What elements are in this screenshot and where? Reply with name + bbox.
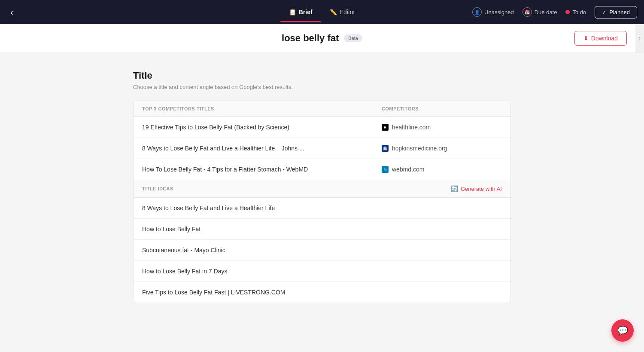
- favicon-hopkins: 🏥: [382, 145, 389, 152]
- main-content: Title Choose a title and content angle b…: [116, 53, 528, 350]
- user-icon: 👤: [472, 7, 482, 17]
- calendar-icon: 📅: [522, 7, 532, 17]
- top-nav: ‹ 📋 Brief ✏️ Editor 👤 Unassigned 📅 Due d…: [0, 0, 644, 24]
- title-ideas-label: TITLE IDEAS: [142, 186, 173, 191]
- download-icon: ⬇: [583, 35, 589, 42]
- competitor-cell: 🏥 hopkinsmedicine.org: [382, 145, 502, 152]
- refresh-icon: 🔄: [451, 185, 458, 192]
- checkmark-icon: ✓: [602, 9, 607, 15]
- favicon-healthline: H: [382, 124, 389, 131]
- competitor-title: 8 Ways to Lose Belly Fat and Live a Heal…: [142, 145, 382, 152]
- header-competitors: COMPETITORS: [382, 106, 502, 111]
- beta-badge: Beta: [344, 34, 362, 42]
- tab-editor[interactable]: ✏️ Editor: [321, 5, 364, 19]
- table-row[interactable]: 8 Ways to Lose Belly Fat and Live a Heal…: [134, 138, 510, 159]
- competitor-title: How To Lose Belly Fat - 4 Tips for a Fla…: [142, 166, 382, 173]
- planned-button[interactable]: ✓ Planned: [595, 6, 637, 18]
- favicon-webmd: M: [382, 166, 389, 173]
- tab-brief[interactable]: 📋 Brief: [280, 5, 321, 19]
- brief-icon: 📋: [289, 9, 296, 15]
- table-row[interactable]: How To Lose Belly Fat - 4 Tips for a Fla…: [134, 159, 510, 180]
- status-action[interactable]: To do: [565, 9, 586, 15]
- competitor-cell: M webmd.com: [382, 166, 502, 173]
- back-button[interactable]: ‹: [7, 6, 17, 19]
- table-row[interactable]: 19 Effective Tips to Lose Belly Fat (Bac…: [134, 117, 510, 138]
- nav-tabs: 📋 Brief ✏️ Editor: [280, 5, 364, 19]
- nav-actions: 👤 Unassigned 📅 Due date To do ✓ Planned: [472, 6, 637, 18]
- list-item[interactable]: 8 Ways to Lose Belly Fat and Live a Heal…: [134, 198, 510, 219]
- status-dot: [565, 10, 570, 14]
- chat-icon: 💬: [617, 325, 628, 336]
- page-header: lose belly fat Beta ⬇ Download ›: [0, 24, 644, 53]
- list-item[interactable]: How to Lose Belly Fat in 7 Days: [134, 261, 510, 282]
- competitor-title: 19 Effective Tips to Lose Belly Fat (Bac…: [142, 124, 382, 131]
- table-header: TOP 3 COMPETITORS TITLES COMPETITORS: [134, 101, 510, 117]
- section-subtitle: Choose a title and content angle based o…: [133, 84, 511, 90]
- collapse-panel-button[interactable]: ›: [635, 24, 644, 52]
- download-button[interactable]: ⬇ Download: [574, 31, 627, 46]
- title-area: lose belly fat Beta: [282, 33, 362, 44]
- list-item[interactable]: Five Tips to Lose Belly Fat Fast | LIVES…: [134, 282, 510, 303]
- assignee-action[interactable]: 👤 Unassigned: [472, 7, 514, 17]
- competitor-cell: H healthline.com: [382, 124, 502, 131]
- header-titles: TOP 3 COMPETITORS TITLES: [142, 106, 382, 111]
- list-item[interactable]: Subcutaneous fat - Mayo Clinic: [134, 240, 510, 261]
- due-date-action[interactable]: 📅 Due date: [522, 7, 557, 17]
- section-title: Title: [133, 70, 511, 81]
- page-title: lose belly fat: [282, 33, 339, 44]
- title-ideas-header: TITLE IDEAS 🔄 Generate with AI: [134, 180, 510, 198]
- editor-icon: ✏️: [330, 9, 337, 15]
- competitors-table: TOP 3 COMPETITORS TITLES COMPETITORS 19 …: [133, 101, 511, 303]
- list-item[interactable]: How to Lose Belly Fat: [134, 219, 510, 240]
- generate-ai-button[interactable]: 🔄 Generate with AI: [451, 185, 502, 192]
- chat-button[interactable]: 💬: [611, 319, 634, 342]
